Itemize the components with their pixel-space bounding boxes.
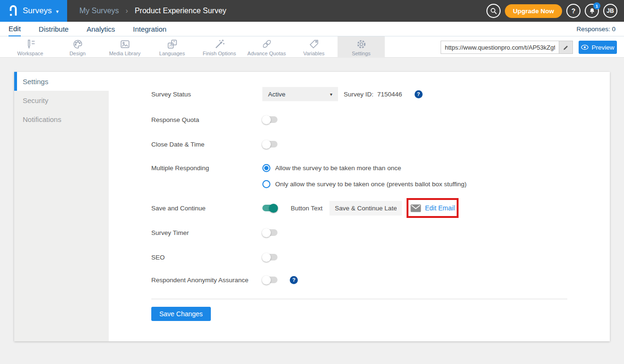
close-date-label: Close Date & Time: [151, 141, 262, 148]
settings-gear-icon: [355, 38, 367, 50]
tab-distribute[interactable]: Distribute: [39, 22, 69, 36]
close-date-row: Close Date & Time: [151, 137, 277, 151]
edit-toolbar: Workspace Design Media Library: [0, 36, 624, 58]
response-quota-toggle[interactable]: [262, 116, 277, 123]
edit-email-highlight-box: Edit Email: [407, 198, 459, 218]
preview-button[interactable]: Preview: [579, 41, 617, 54]
survey-status-value: Active: [268, 91, 286, 98]
notification-count-badge: 1: [593, 2, 600, 9]
seo-label: SEO: [151, 254, 262, 261]
search-icon: [490, 7, 497, 15]
seo-toggle[interactable]: [262, 254, 277, 260]
svg-text:A: A: [169, 43, 172, 48]
product-name: Surveys: [23, 6, 52, 16]
settings-card: Settings Security Notifications Survey S…: [14, 72, 610, 341]
survey-timer-row: Survey Timer: [151, 225, 277, 240]
sidebar-item-notifications[interactable]: Notifications: [14, 110, 109, 129]
anonymity-toggle[interactable]: [262, 277, 277, 283]
question-mark-icon: ?: [572, 7, 576, 15]
content-divider: [151, 299, 567, 299]
save-continue-label: Save and Continue: [151, 205, 262, 212]
button-text-label: Button Text: [291, 205, 322, 212]
save-changes-button[interactable]: Save Changes: [151, 307, 211, 321]
media-library-icon: [119, 38, 131, 50]
page: Surveys ▾ My Surveys › Product Experienc…: [0, 0, 624, 364]
workspace-icon: [25, 38, 36, 50]
radio-multiple-allowed[interactable]: [262, 164, 270, 172]
toolbar-item-media-library[interactable]: Media Library: [101, 36, 148, 58]
search-button[interactable]: [486, 4, 501, 18]
breadcrumb: My Surveys › Product Experience Survey: [79, 7, 226, 15]
tab-analytics[interactable]: Analytics: [87, 22, 115, 36]
survey-timer-toggle[interactable]: [262, 229, 277, 236]
help-button[interactable]: ?: [566, 4, 581, 18]
response-quota-label: Response Quota: [151, 116, 262, 123]
radio-multiple-allowed-label: Allow the survey to be taken more than o…: [275, 165, 401, 172]
chevron-down-icon: ▾: [330, 92, 332, 97]
survey-id-help-icon[interactable]: ?: [415, 90, 423, 98]
design-palette-icon: [72, 38, 84, 50]
button-text-input[interactable]: [329, 201, 402, 216]
breadcrumb-my-surveys[interactable]: My Surveys: [79, 7, 119, 15]
survey-timer-label: Survey Timer: [151, 229, 262, 236]
pencil-icon: [563, 44, 569, 51]
languages-icon: * A: [166, 38, 178, 50]
multiple-responding-row: Multiple Responding Allow the survey to …: [151, 163, 401, 173]
survey-id-label: Survey ID:: [344, 91, 373, 98]
sidebar-item-security[interactable]: Security: [14, 91, 109, 110]
save-continue-row: Save and Continue Button Text: [151, 201, 402, 215]
sidebar-item-settings[interactable]: Settings: [14, 72, 109, 91]
edit-url-button[interactable]: [559, 41, 573, 54]
survey-id-value: 7150446: [377, 91, 402, 98]
survey-tabs: Edit Distribute Analytics Integration Re…: [0, 22, 624, 36]
settings-sidebar: Security Notifications: [14, 91, 109, 341]
edit-email-link[interactable]: Edit Email: [425, 204, 455, 212]
survey-status-row: Survey Status Active ▾ Survey ID: 715044…: [151, 87, 423, 101]
anonymity-help-icon[interactable]: ?: [290, 276, 298, 284]
toolbar-item-design[interactable]: Design: [54, 36, 101, 58]
user-avatar[interactable]: JB: [603, 4, 617, 18]
toolbar-item-advance-quotas[interactable]: Advance Quotas: [243, 36, 290, 58]
response-quota-row: Response Quota: [151, 113, 277, 127]
avatar-initials: JB: [607, 8, 614, 14]
anonymity-row: Respondent Anonymity Assurance ?: [151, 273, 298, 287]
survey-url-input[interactable]: [441, 41, 559, 54]
svg-text:*: *: [173, 40, 175, 44]
toolbar-item-workspace[interactable]: Workspace: [7, 36, 54, 58]
breadcrumb-separator-icon: ›: [126, 7, 128, 15]
radio-single-only-label: Only allow the survey to be taken once (…: [275, 181, 467, 188]
top-header: Surveys ▾ My Surveys › Product Experienc…: [0, 0, 624, 22]
close-date-toggle[interactable]: [262, 141, 277, 147]
survey-status-label: Survey Status: [151, 91, 262, 98]
toolbar-item-languages[interactable]: * A Languages: [148, 36, 196, 58]
chevron-down-icon: ▾: [56, 9, 59, 15]
responses-count: Responses: 0: [576, 26, 615, 33]
questionpro-logo-icon: [8, 4, 18, 17]
variables-tag-icon: [308, 38, 320, 50]
seo-row: SEO: [151, 250, 277, 264]
finish-options-wand-icon: [214, 38, 225, 50]
tab-edit[interactable]: Edit: [9, 22, 21, 36]
toolbar-item-finish-options[interactable]: Finish Options: [196, 36, 243, 58]
single-responding-row: Only allow the survey to be taken once (…: [262, 179, 467, 189]
anonymity-label: Respondent Anonymity Assurance: [151, 277, 262, 284]
survey-status-dropdown[interactable]: Active ▾: [262, 87, 338, 101]
save-continue-toggle[interactable]: [262, 205, 277, 211]
multiple-responding-label: Multiple Responding: [151, 165, 262, 172]
tab-integration[interactable]: Integration: [133, 22, 166, 36]
advance-quotas-link-icon: [261, 38, 273, 50]
toolbar-item-settings[interactable]: Settings: [338, 36, 385, 58]
eye-icon: [581, 44, 589, 50]
breadcrumb-current-survey: Product Experience Survey: [135, 7, 226, 15]
toolbar-item-variables[interactable]: Variables: [290, 36, 338, 58]
radio-single-only[interactable]: [262, 180, 270, 188]
survey-url-group: [441, 41, 573, 54]
header-actions: Upgrade Now ? 1 JB: [486, 0, 617, 22]
notifications-button[interactable]: 1: [585, 4, 599, 18]
app-logo-menu[interactable]: Surveys ▾: [0, 0, 67, 22]
email-envelope-icon: [410, 204, 421, 212]
upgrade-now-button[interactable]: Upgrade Now: [505, 4, 562, 18]
